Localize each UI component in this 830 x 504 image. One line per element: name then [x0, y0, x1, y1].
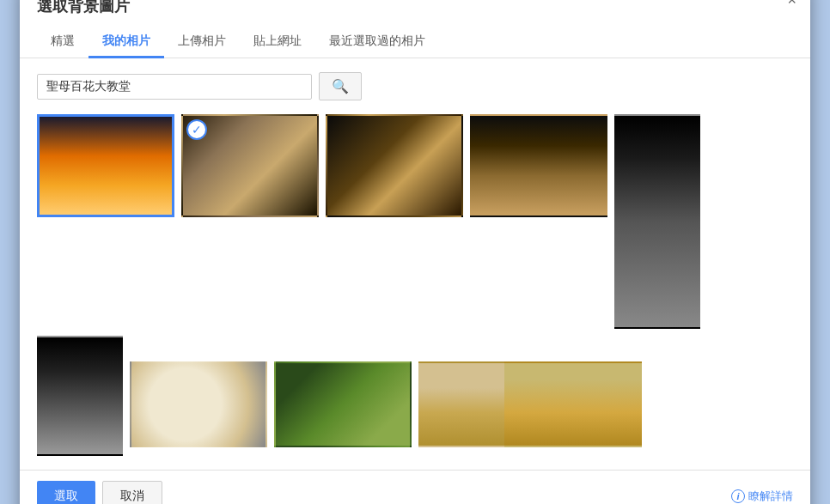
photo-item-sunset[interactable]: [37, 114, 174, 217]
dialog-header: 選取背景圖片 × 精選 我的相片 上傳相片 貼上網址 最近選取過的相片: [20, 0, 810, 58]
dialog-footer: 選取 取消 i 瞭解詳情: [20, 470, 810, 504]
photo-thumb-cathedral2: [326, 114, 463, 217]
photo-row-2: [37, 336, 793, 456]
select-button[interactable]: 選取: [37, 481, 95, 504]
cancel-button[interactable]: 取消: [102, 481, 162, 504]
photo-thumb-tower-small: [37, 336, 123, 456]
photo-item-food2[interactable]: [274, 361, 412, 447]
tab-bar: 精選 我的相片 上傳相片 貼上網址 最近選取過的相片: [37, 27, 793, 58]
photo-item-cathedral3[interactable]: [470, 114, 607, 217]
tab-my-photos[interactable]: 我的相片: [88, 27, 164, 58]
photo-item-tower-small[interactable]: [37, 336, 123, 456]
dialog-body: 🔍 ✓: [20, 58, 810, 470]
background-picker-dialog: 選取背景圖片 × 精選 我的相片 上傳相片 貼上網址 最近選取過的相片 🔍: [20, 0, 810, 504]
photo-thumb-cathedral3: [470, 114, 607, 217]
photo-thumb-food1: [130, 361, 267, 447]
tab-featured[interactable]: 精選: [37, 27, 88, 58]
help-label: 瞭解詳情: [748, 489, 793, 504]
search-button[interactable]: 🔍: [319, 72, 362, 100]
search-input[interactable]: [37, 74, 312, 100]
help-icon: i: [731, 489, 745, 503]
photo-item-tower-tall[interactable]: [614, 114, 700, 329]
photo-thumb-tower-tall: [614, 114, 700, 329]
help-link[interactable]: i 瞭解詳情: [731, 489, 793, 504]
photo-thumb-sunset: [37, 114, 174, 217]
footer-actions: 選取 取消: [37, 481, 162, 504]
photo-item-food1[interactable]: [130, 361, 267, 447]
photo-row-1: ✓: [37, 114, 793, 329]
photo-item-cathedral1[interactable]: ✓: [181, 114, 319, 217]
tab-recent[interactable]: 最近選取過的相片: [315, 27, 439, 58]
search-bar: 🔍: [37, 72, 793, 100]
search-icon: 🔍: [332, 79, 349, 94]
photo-item-cathedral2[interactable]: [326, 114, 463, 217]
check-badge: ✓: [186, 119, 207, 140]
tab-paste-url[interactable]: 貼上網址: [240, 27, 315, 58]
dialog-title: 選取背景圖片: [37, 0, 793, 16]
close-button[interactable]: ×: [787, 0, 796, 8]
photo-thumb-food2: [274, 361, 412, 447]
tab-upload[interactable]: 上傳相片: [164, 27, 240, 58]
photo-item-food4[interactable]: [504, 361, 642, 447]
photo-thumb-food4: [504, 361, 642, 447]
